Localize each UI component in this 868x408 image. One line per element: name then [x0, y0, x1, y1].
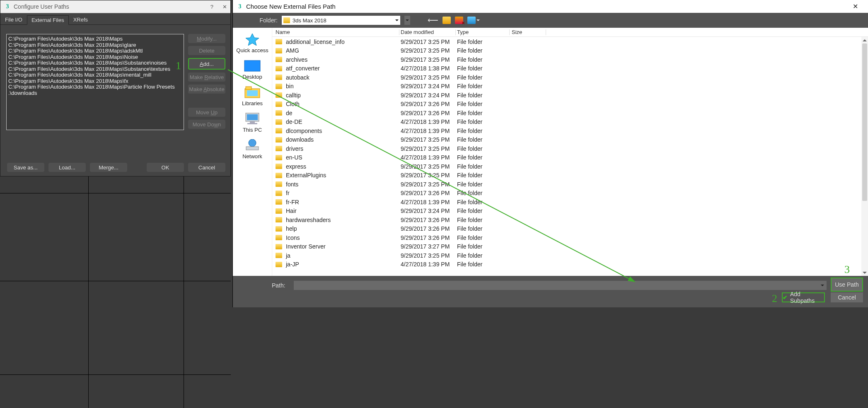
file-row[interactable]: Icons9/29/2017 3:26 PMFile folder	[272, 233, 868, 242]
file-row[interactable]: fonts9/29/2017 3:25 PMFile folder	[272, 180, 868, 189]
tab-xrefs[interactable]: XRefs	[69, 15, 92, 24]
folder-icon	[276, 173, 282, 178]
place-desktop[interactable]: Desktop	[242, 58, 262, 82]
file-row[interactable]: Inventor Server9/29/2017 3:27 PMFile fol…	[272, 242, 868, 251]
make-absolute-button[interactable]: Make Absolute	[188, 84, 225, 94]
svg-rect-6	[247, 114, 258, 120]
close-icon[interactable]: ✕	[222, 4, 227, 10]
add-subpaths-checkbox[interactable]: ✔ Add Subpaths	[782, 292, 825, 302]
file-row[interactable]: bin9/29/2017 3:24 PMFile folder	[272, 82, 868, 91]
file-row[interactable]: Hair9/29/2017 3:24 PMFile folder	[272, 207, 868, 216]
path-item[interactable]: C:\Program Files\Autodesk\3ds Max 2018\M…	[8, 48, 182, 54]
new-folder-icon[interactable]	[442, 17, 451, 24]
svg-rect-1	[244, 60, 260, 71]
file-row[interactable]: autoback9/29/2017 3:25 PMFile folder	[272, 73, 868, 82]
col-size[interactable]: Size	[512, 29, 549, 35]
file-row[interactable]: atf_converter4/27/2018 1:38 PMFile folde…	[272, 64, 868, 73]
help-icon[interactable]: ?	[210, 4, 213, 10]
column-headers[interactable]: Name Date modified Type Size	[272, 28, 868, 37]
svg-marker-0	[246, 34, 259, 46]
file-date: 9/29/2017 3:26 PM	[401, 110, 457, 116]
cancel-button[interactable]: Cancel	[188, 163, 225, 172]
place-libraries[interactable]: Libraries	[242, 84, 263, 108]
file-row[interactable]: de9/29/2017 3:26 PMFile folder	[272, 109, 868, 118]
file-row[interactable]: fr-FR4/27/2018 1:39 PMFile folder	[272, 198, 868, 207]
paths-listbox[interactable]: C:\Program Files\Autodesk\3ds Max 2018\M…	[6, 34, 184, 130]
app-icon: 3	[236, 3, 244, 10]
path-item[interactable]: C:\Program Files\Autodesk\3ds Max 2018\M…	[8, 66, 182, 72]
file-row[interactable]: de-DE4/27/2018 1:39 PMFile folder	[272, 118, 868, 127]
scroll-up-button[interactable]	[861, 37, 868, 43]
path-item[interactable]: C:\Program Files\Autodesk\3ds Max 2018\M…	[8, 36, 182, 42]
path-item[interactable]: C:\Program Files\Autodesk\3ds Max 2018\M…	[8, 72, 182, 78]
path-item[interactable]: C:\Program Files\Autodesk\3ds Max 2018\M…	[8, 78, 182, 84]
file-row[interactable]: ja9/29/2017 3:25 PMFile folder	[272, 251, 868, 260]
file-date: 9/29/2017 3:25 PM	[401, 136, 457, 143]
file-row[interactable]: help9/29/2017 3:26 PMFile folder	[272, 225, 868, 234]
path-item[interactable]: C:\Program Files\Autodesk\3ds Max 2018\M…	[8, 60, 182, 66]
file-row[interactable]: drivers9/29/2017 3:25 PMFile folder	[272, 144, 868, 153]
close-icon[interactable]: ✕	[846, 2, 865, 10]
file-row[interactable]: en-US4/27/2018 1:39 PMFile folder	[272, 153, 868, 162]
scroll-down-button[interactable]	[861, 269, 868, 276]
col-type[interactable]: Type	[457, 29, 512, 35]
file-row[interactable]: calltip9/29/2017 3:24 PMFile folder	[272, 91, 868, 100]
path-item[interactable]: C:\Program Files\Autodesk\3ds Max 2018\M…	[8, 84, 182, 90]
file-name: ja-JP	[286, 261, 401, 268]
file-row[interactable]: downloads9/29/2017 3:25 PMFile folder	[272, 135, 868, 145]
file-row[interactable]: AMG9/29/2017 3:25 PMFile folder	[272, 46, 868, 56]
file-type: File folder	[457, 243, 512, 250]
cancel-button[interactable]: Cancel	[831, 292, 863, 302]
scroll-thumb[interactable]	[862, 43, 867, 201]
delete-button[interactable]: Delete	[188, 46, 225, 55]
file-row[interactable]: Cloth9/29/2017 3:26 PMFile folder	[272, 100, 868, 109]
views-menu-button[interactable]	[467, 17, 480, 24]
make-relative-button[interactable]: Make Relative	[188, 72, 225, 82]
path-item[interactable]: C:\Program Files\Autodesk\3ds Max 2018\M…	[8, 42, 182, 48]
file-row[interactable]: additional_license_info9/29/2017 3:25 PM…	[272, 37, 868, 46]
file-row[interactable]: fr9/29/2017 3:26 PMFile folder	[272, 189, 868, 198]
path-item[interactable]: C:\Program Files\Autodesk\3ds Max 2018\M…	[8, 54, 182, 60]
file-name: autoback	[286, 74, 401, 81]
tab-file-io[interactable]: File I/O	[0, 15, 27, 24]
file-type: File folder	[457, 163, 512, 170]
delete-folder-icon[interactable]	[455, 17, 463, 24]
vertical-scrollbar[interactable]	[861, 37, 868, 276]
place-this-pc[interactable]: This PC	[243, 111, 262, 135]
load-button[interactable]: Load...	[48, 163, 86, 172]
move-down-button[interactable]: Move Down	[188, 120, 225, 129]
file-row[interactable]: ExternalPlugins9/29/2017 3:25 PMFile fol…	[272, 171, 868, 180]
up-one-level-icon[interactable]: ⟵	[428, 16, 438, 25]
file-row[interactable]: dlcomponents4/27/2018 1:39 PMFile folder	[272, 126, 868, 135]
file-name: atf_converter	[286, 65, 401, 72]
svg-rect-7	[250, 121, 255, 123]
file-name: fr	[286, 190, 401, 196]
ok-button[interactable]: OK	[147, 163, 184, 172]
file-date: 9/29/2017 3:27 PM	[401, 243, 457, 250]
file-type: File folder	[457, 47, 512, 54]
desktop-icon	[244, 59, 261, 72]
path-input[interactable]	[294, 281, 827, 290]
place-quick-access[interactable]: Quick access	[236, 31, 268, 55]
folder-history-dropdown[interactable]	[404, 16, 410, 25]
modify-button[interactable]: Modify...	[188, 34, 225, 43]
file-row[interactable]: ja-JP4/27/2018 1:39 PMFile folder	[272, 260, 868, 269]
folder-icon	[283, 17, 290, 23]
titlebar[interactable]: 3 Choose New External Files Path ✕	[233, 0, 868, 13]
add-button[interactable]: Add...	[188, 58, 225, 70]
file-row[interactable]: hardwareshaders9/29/2017 3:26 PMFile fol…	[272, 215, 868, 225]
place-network[interactable]: Network	[242, 137, 262, 161]
file-rows[interactable]: additional_license_info9/29/2017 3:25 PM…	[272, 37, 868, 276]
file-row[interactable]: archives9/29/2017 3:25 PMFile folder	[272, 55, 868, 64]
merge-button[interactable]: Merge...	[90, 163, 127, 172]
save-as-button[interactable]: Save as...	[7, 163, 44, 172]
move-up-button[interactable]: Move Up	[188, 108, 225, 117]
tab-external-files[interactable]: External Files	[27, 15, 69, 25]
folder-combobox[interactable]: 3ds Max 2018	[282, 16, 400, 25]
file-row[interactable]: express9/29/2017 3:25 PMFile folder	[272, 162, 868, 171]
col-date-modified[interactable]: Date modified	[401, 29, 457, 35]
path-item[interactable]: .\downloads	[8, 90, 182, 97]
col-name[interactable]: Name	[276, 29, 401, 35]
titlebar[interactable]: 3 Configure User Paths ? ✕	[0, 0, 230, 13]
use-path-button[interactable]: Use Path	[831, 278, 863, 292]
